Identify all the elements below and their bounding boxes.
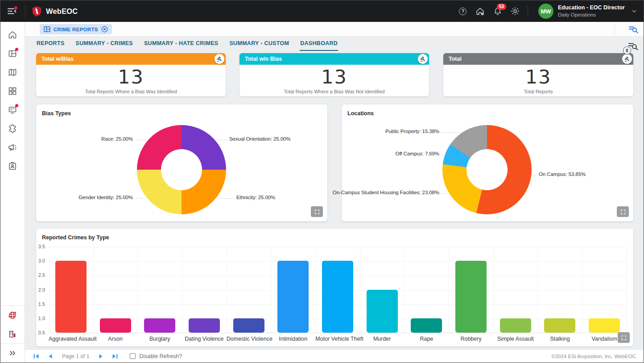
next-page-button[interactable] [98,353,104,360]
gridline [49,247,627,247]
bar[interactable] [367,290,398,333]
sidebar-item-plugins[interactable] [0,119,25,138]
donut-ring[interactable] [442,125,532,214]
tab-reports[interactable]: REPORTS [36,37,65,51]
board-search-button[interactable] [626,23,641,35]
search-list-icon [628,25,639,33]
topbar-actions: ? 53 MW Education - EOC Director Daily O… [455,4,644,19]
label-leader-line [217,198,234,199]
sidebar [0,22,25,363]
gavel-icon [420,56,425,62]
donut-ring[interactable] [137,125,226,214]
bar[interactable] [233,318,264,333]
x-category-label: Aggravated Assault [49,336,93,342]
x-category-label: Motor Vehicle Theft [315,336,360,342]
bar[interactable] [455,261,487,333]
bar[interactable] [100,318,131,333]
notifications-button[interactable]: 53 [490,4,505,19]
locations-donut-chart: On Campus: 53.85%On-Campus Student Housi… [342,104,633,221]
stat-card-title: Total w/o Bias [245,56,282,62]
dashboard-filter-button[interactable]: 0 [626,39,640,53]
footer-bar: Page 1 of 1 Disable Refresh? ©2024 ESi A… [25,349,644,363]
disable-refresh-checkbox[interactable] [130,353,136,359]
tab-summary-crimes[interactable]: SUMMARY - CRIMES [75,37,133,51]
gridline [182,247,182,333]
open-boards-row: CRIME REPORTS [25,22,644,37]
stat-caption: Total Reports [524,89,553,94]
bar[interactable] [322,261,353,333]
puzzle-icon [8,124,17,134]
gridline [538,247,538,333]
gridline [493,247,494,333]
x-category-label: Dating Violence [182,336,227,342]
sidebar-item-menus[interactable] [0,82,25,100]
help-icon: ? [459,8,466,15]
gridline [360,247,360,333]
y-tick-label: 1.5 [36,301,45,307]
y-tick-label: 3.5 [36,244,45,249]
crime-reports-board-chip[interactable]: CRIME REPORTS [40,24,112,34]
sidebar-item-announcements[interactable] [0,138,25,157]
tab-summary-hate-crimes[interactable]: SUMMARY - HATE CRIMES [144,37,219,51]
sidebar-item-panels[interactable] [0,100,25,119]
user-incident: Daily Operations [558,12,596,18]
sidebar-toggle-button[interactable] [4,4,20,19]
user-role: Education - EOC Director [558,4,625,12]
sidebar-item-home[interactable] [0,25,25,44]
close-icon[interactable] [101,26,108,33]
tab-dashboard[interactable]: DASHBOARD [300,37,338,51]
bar[interactable] [500,318,531,333]
expand-chart-button[interactable] [617,206,629,217]
help-button[interactable]: ? [455,4,471,19]
bar[interactable] [55,261,87,333]
disable-refresh-control[interactable]: Disable Refresh? [130,353,182,359]
megaphone-icon [8,142,17,152]
last-page-icon [112,354,118,359]
sidebar-expand-button[interactable] [0,344,25,363]
filter-count-badge: 0 [623,46,631,54]
x-category-label: Simple Assault [493,336,538,342]
first-page-button[interactable] [33,353,40,360]
sidebar-item-maps[interactable] [0,63,25,82]
sidebar-item-contacts[interactable] [0,157,25,175]
y-tick-label: 2.5 [36,272,45,278]
sidebar-item-global[interactable] [0,306,25,325]
gridline [449,247,449,333]
stat-caption: Total Reports Where a Bias Was Not Ident… [284,89,384,94]
stat-card-action-button[interactable] [622,54,632,64]
x-category-label: Murder [360,336,405,342]
bar[interactable] [189,318,220,333]
sidebar-item-organization[interactable] [0,325,25,343]
webeoc-logo-icon [33,6,41,17]
topbar-divider [25,5,25,17]
tab-summary-custom[interactable]: SUMMARY - CUSTOM [229,37,289,51]
settings-button[interactable] [508,4,523,19]
stat-card-body: 13 Total Reports Where a Bias Was Identi… [36,65,226,96]
bar[interactable] [589,318,620,333]
bar[interactable] [144,318,175,333]
home-button[interactable] [473,4,488,19]
stat-card-action-button[interactable] [418,54,428,64]
previous-page-button[interactable] [47,353,54,360]
user-menu[interactable]: MW Education - EOC Director Daily Operat… [538,4,636,19]
bar[interactable] [544,318,575,333]
gridline [582,247,582,333]
stat-card-action-button[interactable] [215,54,224,64]
sidebar-item-boards[interactable] [0,44,25,63]
bar[interactable] [411,318,442,333]
stat-value: 13 [321,67,347,87]
slice-label: On Campus: 53.85% [539,171,586,177]
home-icon [8,30,17,40]
map-icon [8,67,17,77]
gridline [93,247,94,333]
boards-notification-dot [15,48,18,51]
top-bar: WebEOC ? 53 MW Education - EOC Director … [0,0,644,22]
chevron-down-icon [632,10,636,13]
y-tick-label: 3.0 [36,258,45,263]
bar[interactable] [277,261,309,333]
expand-chart-button[interactable] [618,332,630,343]
slice-label: Public Property: 15.38% [385,129,439,134]
stat-value: 13 [118,67,144,87]
expand-chart-button[interactable] [311,206,323,217]
last-page-button[interactable] [111,353,119,360]
